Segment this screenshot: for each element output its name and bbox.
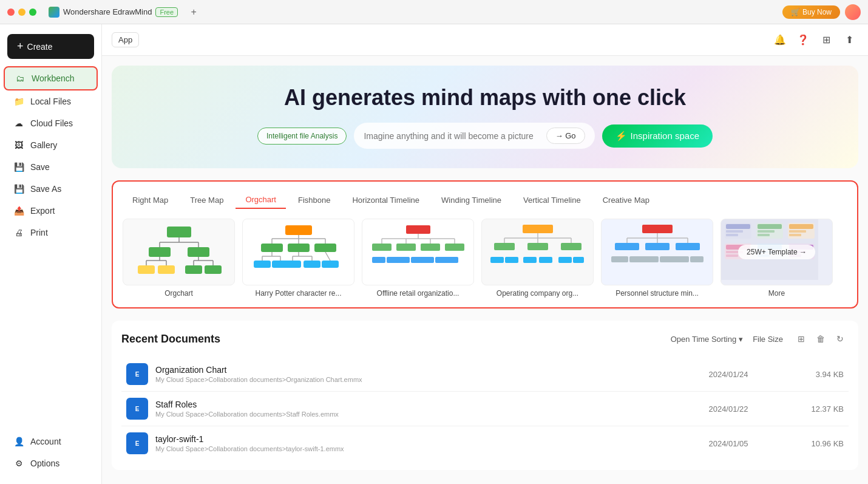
chevron-down-icon: ▾ xyxy=(739,335,743,344)
svg-rect-22 xyxy=(285,225,312,235)
tab-horizontal-timeline[interactable]: Horizontal Timeline xyxy=(342,191,429,209)
tab-creative-map[interactable]: Creative Map xyxy=(593,191,659,209)
new-tab-button[interactable]: + xyxy=(188,6,200,18)
svg-rect-23 xyxy=(261,244,283,252)
avatar[interactable] xyxy=(845,4,861,20)
recent-header-right: Open Time Sorting ▾ File Size ⊞ 🗑 ↻ xyxy=(671,330,849,347)
minimize-button[interactable] xyxy=(18,9,25,16)
tab-vertical-timeline[interactable]: Vertical Timeline xyxy=(514,191,591,209)
export-icon: 📤 xyxy=(13,205,24,216)
template-card-label-orgchart: Orgchart xyxy=(123,289,235,298)
tab-tree-map[interactable]: Tree Map xyxy=(180,191,233,209)
doc-name-2: taylor-swift-1 xyxy=(155,434,698,444)
sidebar-item-account[interactable]: 👤 Account xyxy=(4,431,98,452)
create-button[interactable]: + Create xyxy=(7,34,94,59)
sidebar-item-print[interactable]: 🖨 Print xyxy=(4,222,98,244)
doc-date-0: 2024/01/24 xyxy=(698,370,759,379)
hero-title: AI generates mind maps with one click xyxy=(284,85,686,111)
app-title: Wondershare EdrawMind Free xyxy=(49,7,178,18)
account-icon: 👤 xyxy=(13,436,24,447)
sidebar-item-options[interactable]: ⚙ Options xyxy=(4,452,98,474)
document-row-1[interactable]: E Staff Roles My Cloud Space>Collaborati… xyxy=(121,392,849,426)
sidebar-item-export[interactable]: 📤 Export xyxy=(4,200,98,222)
svg-rect-45 xyxy=(406,225,430,234)
cart-icon: 🛒 xyxy=(791,8,800,16)
hero-input-wrap: → Go xyxy=(354,123,594,149)
template-section: Right Map Tree Map Orgchart Fishbone Hor… xyxy=(112,180,858,308)
svg-rect-52 xyxy=(372,244,392,251)
tab-orgchart[interactable]: Orgchart xyxy=(236,191,286,209)
grid-button[interactable]: ⊞ xyxy=(817,31,835,49)
svg-rect-30 xyxy=(322,261,339,268)
document-row-2[interactable]: E taylor-swift-1 My Cloud Space>Collabor… xyxy=(121,426,849,460)
svg-rect-69 xyxy=(494,243,515,250)
svg-rect-91 xyxy=(672,256,689,262)
sidebar-item-save[interactable]: 💾 Save xyxy=(4,156,98,178)
tab-fishbone[interactable]: Fishbone xyxy=(288,191,340,209)
template-card-label-operating-company: Operating company org... xyxy=(481,289,594,298)
doc-path-2: My Cloud Space>Collaboration documents>t… xyxy=(155,445,698,452)
template-card-img-harry-potter xyxy=(242,219,354,285)
doc-date-2: 2024/01/05 xyxy=(698,439,759,448)
svg-rect-58 xyxy=(396,257,410,263)
refresh-button[interactable]: ↻ xyxy=(832,330,849,347)
svg-rect-55 xyxy=(445,244,464,251)
doc-icon-2: E xyxy=(126,432,148,454)
doc-date-1: 2024/01/22 xyxy=(698,404,759,414)
bell-button[interactable]: 🔔 xyxy=(771,31,789,49)
buy-now-button[interactable]: 🛒 Buy Now xyxy=(782,5,840,19)
sidebar-item-save-as[interactable]: 💾 Save As xyxy=(4,178,98,200)
template-card-label-harry-potter: Harry Potter character re... xyxy=(242,289,354,298)
print-icon: 🖨 xyxy=(13,227,24,238)
save-icon: 💾 xyxy=(13,162,24,172)
intelligent-analysis-tag[interactable]: Intelligent file Analysis xyxy=(257,128,347,145)
sidebar-item-cloud-files[interactable]: ☁ Cloud Files xyxy=(4,112,98,134)
svg-rect-87 xyxy=(611,256,628,262)
hero-input-row: Intelligent file Analysis → Go ⚡ Inspira… xyxy=(257,123,713,149)
template-card-more[interactable]: 25W+ Template → More xyxy=(721,219,833,298)
titlebar-right: 🛒 Buy Now xyxy=(782,4,861,20)
template-card-operating-company[interactable]: Operating company org... xyxy=(481,219,594,298)
svg-rect-2 xyxy=(188,247,209,257)
sort-button[interactable]: Open Time Sorting ▾ xyxy=(671,335,743,344)
sidebar-item-workbench[interactable]: 🗂 Workbench xyxy=(4,66,98,90)
share-button[interactable]: ⬆ xyxy=(840,31,858,49)
template-card-label-personnel-structure: Personnel structure min... xyxy=(601,289,713,298)
list-view-button[interactable]: ⊞ xyxy=(793,330,810,347)
hero-input[interactable] xyxy=(364,131,546,141)
go-button[interactable]: → Go xyxy=(546,128,585,144)
hero-banner: AI generates mind maps with one click In… xyxy=(112,66,858,168)
svg-rect-25 xyxy=(314,244,336,252)
tab-winding-timeline[interactable]: Winding Timeline xyxy=(432,191,511,209)
lightning-icon: ⚡ xyxy=(615,131,627,141)
svg-rect-84 xyxy=(615,243,639,250)
header-right: 🔔 ❓ ⊞ ⬆ xyxy=(771,31,858,49)
doc-icon-0: E xyxy=(126,363,148,385)
help-button[interactable]: ❓ xyxy=(794,31,812,49)
template-card-harry-potter[interactable]: Harry Potter character re... xyxy=(242,219,354,298)
view-icons: ⊞ 🗑 ↻ xyxy=(793,330,849,347)
close-button[interactable] xyxy=(7,9,15,16)
template-card-orgchart[interactable]: Orgchart xyxy=(123,219,235,298)
svg-rect-89 xyxy=(642,256,659,262)
sidebar-item-label: Export xyxy=(30,206,55,216)
svg-rect-78 xyxy=(642,225,673,233)
document-row-0[interactable]: E Organization Chart My Cloud Space>Coll… xyxy=(121,357,849,392)
sidebar-bottom: 👤 Account ⚙ Options xyxy=(0,431,101,479)
template-card-personnel-structure[interactable]: Personnel structure min... xyxy=(601,219,713,298)
svg-rect-85 xyxy=(645,243,670,250)
maximize-button[interactable] xyxy=(29,9,36,16)
template-card-img-operating-company xyxy=(481,219,594,285)
tab-right-map[interactable]: Right Map xyxy=(123,191,178,209)
svg-rect-29 xyxy=(303,261,320,268)
svg-rect-63 xyxy=(523,225,553,233)
template-card-offline-retail[interactable]: Offline retail organizatio... xyxy=(362,219,474,298)
template-card-img-offline-retail xyxy=(362,219,474,285)
app-label[interactable]: App xyxy=(112,32,139,47)
sidebar-item-local-files[interactable]: 📁 Local Files xyxy=(4,90,98,112)
sidebar-item-gallery[interactable]: 🖼 Gallery xyxy=(4,134,98,156)
svg-rect-71 xyxy=(561,243,581,250)
inspiration-button[interactable]: ⚡ Inspiration space xyxy=(602,124,713,148)
more-template-label: 25W+ Template → xyxy=(738,245,815,259)
delete-button[interactable]: 🗑 xyxy=(812,330,829,347)
